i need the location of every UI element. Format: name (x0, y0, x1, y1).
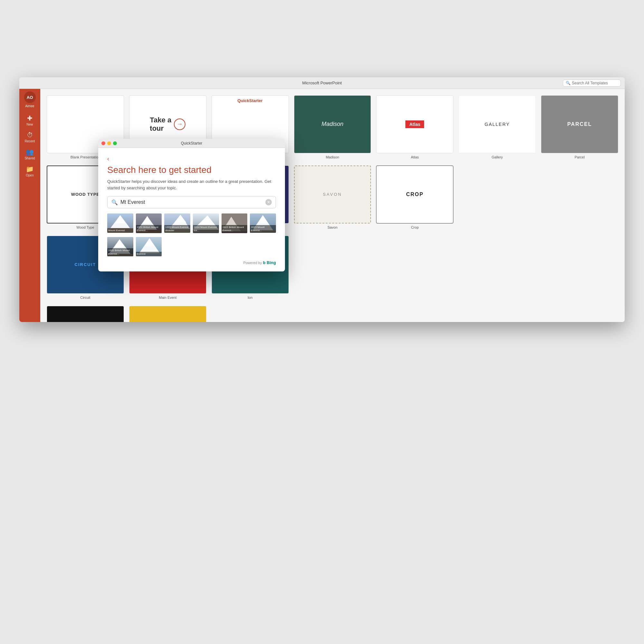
atlas-inner: Atlas (405, 120, 424, 128)
qs-heading: Search here to get started (107, 165, 276, 175)
modal-titlebar: QuickStarter (98, 139, 285, 148)
qs-clear-button[interactable]: ✕ (265, 199, 272, 205)
sidebar-label-new: New (26, 123, 33, 126)
search-input[interactable] (572, 81, 618, 85)
qs-description: QuickStarter helps you discover ideas an… (107, 178, 276, 191)
label-savon: Savon (327, 225, 337, 229)
caption-5: 1922 British Mount Everest... (222, 225, 248, 233)
powered-by: Powered by b Bing (107, 260, 276, 265)
sidebar: AO Aimee ✚ New ⏱ Recent 👥 Shared 📁 Open (19, 89, 40, 322)
template-crop[interactable]: CROP Crop (376, 166, 453, 229)
result-thumb-3: 1995 Mount Everest disaster (164, 213, 190, 233)
maximize-button[interactable] (113, 141, 117, 145)
qs-search-icon: 🔍 (111, 199, 118, 205)
result-everest[interactable]: Everest (136, 237, 162, 258)
tour-arrow-icon: → (174, 118, 185, 130)
result-2015[interactable]: 2015 Mount Everest... (250, 213, 276, 234)
everest-img-7: 1933 British Mount Everest... (107, 237, 133, 256)
thumb-parcel: PARCEL (541, 95, 618, 153)
result-thumb-5: 1922 British Mount Everest... (222, 213, 248, 233)
everest-img-4: 2014 Mount Everest ice... (193, 213, 219, 233)
result-1922[interactable]: 1922 British Mount Everest... (222, 213, 248, 234)
search-icon: 🔍 (566, 81, 571, 85)
minimize-button[interactable] (107, 141, 111, 145)
template-mesh[interactable]: MESH Mesh (47, 306, 124, 322)
result-thumb-2: 1953 British Mount Everest... (136, 213, 162, 233)
title-bar: Microsoft PowerPoint 🔍 (19, 77, 625, 89)
caption-6: 2015 Mount Everest... (250, 225, 276, 233)
result-1995[interactable]: 1995 Mount Everest disaster (164, 213, 190, 234)
label-parcel: Parcel (574, 155, 584, 159)
result-thumb-8: Everest (136, 237, 162, 257)
sidebar-label-shared: Shared (24, 156, 35, 160)
avatar: AO (24, 91, 36, 103)
thumb-mesh: MESH (47, 306, 124, 322)
template-atlas[interactable]: Atlas Atlas (376, 95, 453, 159)
everest-img-1: Mount Everest (107, 213, 133, 233)
sidebar-item-open[interactable]: 📁 Open (19, 163, 40, 180)
templates-row4: MESH Mesh BADGE Badge (47, 306, 618, 322)
result-mount-everest[interactable]: Mount Everest (107, 213, 133, 234)
result-thumb-1: Mount Everest (107, 213, 133, 233)
title-bar-title: Microsoft PowerPoint (302, 81, 342, 85)
user-name: Aimee (25, 104, 34, 108)
thumb-savon: SAVON (294, 166, 371, 223)
traffic-lights (101, 141, 117, 145)
caption-3: 1995 Mount Everest disaster (164, 225, 190, 233)
main-content: Blank Presentation Take a tour → Welcome… (40, 89, 625, 322)
open-icon: 📁 (26, 165, 34, 173)
template-madison[interactable]: Madison Madison (294, 95, 371, 159)
template-gallery[interactable]: GALLERY Gallery (459, 95, 536, 159)
label-ion: Ion (248, 296, 252, 299)
template-savon[interactable]: SAVON Savon (294, 166, 371, 229)
recent-icon: ⏱ (27, 131, 33, 139)
label-blank: Blank Presentation (71, 155, 100, 159)
close-button[interactable] (101, 141, 105, 145)
everest-img-5: 1922 British Mount Everest... (222, 213, 248, 233)
label-circuit: Circuit (80, 296, 90, 299)
qs-results-grid: Mount Everest (107, 213, 276, 234)
template-badge[interactable]: BADGE Badge (129, 306, 206, 322)
result-2014[interactable]: 2014 Mount Everest ice... (193, 213, 219, 234)
result-thumb-6: 2015 Mount Everest... (250, 213, 276, 233)
label-main-event: Main Event (159, 296, 176, 299)
everest-img-6: 2015 Mount Everest... (250, 213, 276, 233)
result-1933[interactable]: 1933 British Mount Everest... (107, 237, 133, 258)
result-1953[interactable]: 1953 British Mount Everest... (136, 213, 162, 234)
thumb-atlas: Atlas (376, 95, 453, 153)
sidebar-item-new[interactable]: ✚ New (19, 112, 40, 129)
sidebar-label-recent: Recent (25, 139, 35, 143)
label-woodtype: Wood Type (76, 225, 94, 229)
caption-1: Mount Everest (107, 228, 133, 233)
modal-body: ‹ Search here to get started QuickStarte… (98, 148, 285, 271)
search-bar[interactable]: 🔍 (563, 80, 621, 87)
thumb-madison: Madison (294, 95, 371, 153)
caption-4: 2014 Mount Everest ice... (193, 225, 219, 233)
quickstarter-modal: QuickStarter ‹ Search here to get starte… (98, 139, 285, 271)
tour-text: Take a tour (150, 116, 171, 133)
qs-search-input[interactable] (120, 199, 263, 205)
app-body: AO Aimee ✚ New ⏱ Recent 👥 Shared 📁 Open (19, 89, 625, 322)
thumb-gallery: GALLERY (459, 95, 536, 153)
thumb-crop: CROP (376, 166, 453, 223)
qs-search-bar[interactable]: 🔍 ✕ (107, 196, 276, 208)
result-thumb-4: 2014 Mount Everest ice... (193, 213, 219, 233)
label-madison: Madison (326, 155, 339, 159)
sidebar-label-open: Open (26, 174, 33, 177)
template-parcel[interactable]: PARCEL Parcel (541, 95, 618, 159)
everest-img-8: Everest (136, 237, 162, 257)
label-gallery: Gallery (492, 155, 503, 159)
shared-icon: 👥 (26, 148, 34, 156)
caption-7: 1933 British Mount Everest... (107, 248, 133, 256)
app-window: Microsoft PowerPoint 🔍 AO Aimee ✚ New ⏱ … (19, 77, 625, 322)
modal-title: QuickStarter (181, 141, 203, 146)
thumb-badge: BADGE (129, 306, 206, 322)
label-atlas: Atlas (411, 155, 419, 159)
caption-8: Everest (136, 252, 162, 256)
sidebar-item-shared[interactable]: 👥 Shared (19, 146, 40, 163)
everest-img-2: 1953 British Mount Everest... (136, 213, 162, 233)
sidebar-item-recent[interactable]: ⏱ Recent (19, 129, 40, 146)
everest-img-3: 1995 Mount Everest disaster (164, 213, 190, 233)
caption-2: 1953 British Mount Everest... (136, 225, 162, 233)
back-button[interactable]: ‹ (107, 156, 109, 162)
